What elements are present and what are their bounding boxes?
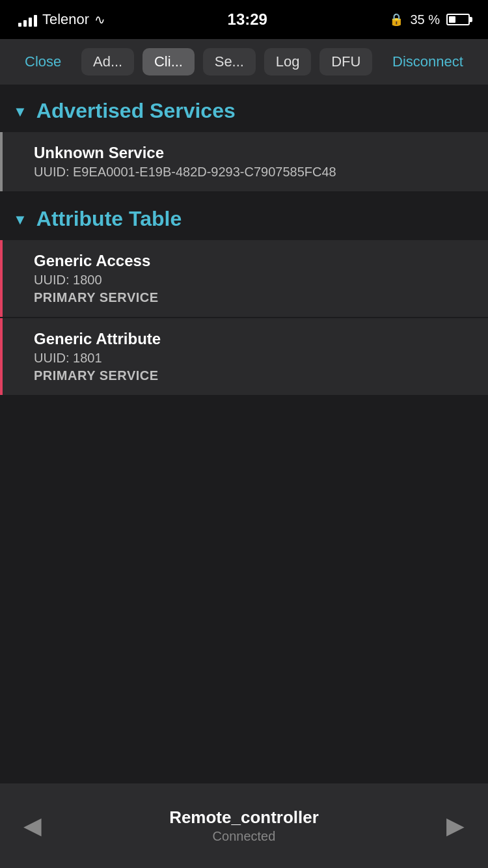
uuid-value-0: E9EA0001-E19B-482D-9293-C7907585FC48	[73, 165, 336, 179]
disconnect-button[interactable]: Disconnect	[381, 48, 475, 75]
forward-button[interactable]: ▶	[446, 812, 465, 839]
chevron-down-icon: ▼	[13, 103, 27, 120]
attribute-service-uuid-1: UUID: 1801	[34, 351, 472, 366]
attr-uuid-label-1: UUID:	[34, 351, 69, 365]
battery-percent: 35 %	[410, 12, 440, 27]
back-button[interactable]: ◀	[23, 812, 42, 839]
tab-services[interactable]: Se...	[203, 48, 256, 75]
status-left: Telenor ∿	[18, 11, 105, 28]
status-time: 13:29	[228, 10, 267, 29]
main-content: ▼ Advertised Services Unknown Service UU…	[0, 85, 488, 487]
attr-uuid-value-0: 1800	[73, 273, 102, 287]
attribute-service-type-1: PRIMARY SERVICE	[34, 368, 472, 383]
advertised-service-item-0[interactable]: Unknown Service UUID: E9EA0001-E19B-482D…	[0, 132, 488, 191]
bottom-bar: ◀ Remote_controller Connected ▶	[0, 783, 488, 868]
attribute-service-uuid-0: UUID: 1800	[34, 273, 472, 288]
battery-fill	[449, 16, 455, 23]
signal-bars-icon	[18, 12, 37, 27]
carrier-wifi: Telenor ∿	[18, 11, 105, 28]
tab-dfu[interactable]: DFU	[319, 48, 372, 75]
attribute-service-type-0: PRIMARY SERVICE	[34, 290, 472, 305]
wifi-icon: ∿	[94, 12, 105, 27]
toolbar: Close Ad... Cli... Se... Log DFU Disconn…	[0, 39, 488, 85]
bottom-center: Remote_controller Connected	[169, 807, 319, 844]
advertised-services-header[interactable]: ▼ Advertised Services	[0, 85, 488, 132]
close-button[interactable]: Close	[13, 48, 73, 75]
advertised-service-name-0: Unknown Service	[34, 144, 472, 162]
lock-icon: 🔒	[389, 12, 403, 27]
tab-advertised[interactable]: Ad...	[81, 48, 134, 75]
attribute-table-title: Attribute Table	[36, 207, 182, 231]
attribute-table-header[interactable]: ▼ Attribute Table	[0, 193, 488, 240]
advertised-service-uuid-0: UUID: E9EA0001-E19B-482D-9293-C7907585FC…	[34, 165, 472, 180]
device-name: Remote_controller	[169, 807, 319, 828]
attribute-service-name-1: Generic Attribute	[34, 330, 472, 348]
status-bar: Telenor ∿ 13:29 🔒 35 %	[0, 0, 488, 39]
advertised-services-title: Advertised Services	[36, 99, 236, 123]
attr-uuid-value-1: 1801	[73, 351, 102, 365]
device-status: Connected	[169, 829, 319, 844]
status-right: 🔒 35 %	[389, 12, 470, 27]
carrier-name: Telenor	[42, 11, 89, 28]
tab-client[interactable]: Cli...	[142, 48, 195, 75]
chevron-down-icon-2: ▼	[13, 211, 27, 228]
attribute-service-name-0: Generic Access	[34, 252, 472, 270]
battery-icon	[446, 14, 470, 25]
tab-log[interactable]: Log	[264, 48, 312, 75]
attribute-service-item-1[interactable]: Generic Attribute UUID: 1801 PRIMARY SER…	[0, 318, 488, 395]
attr-uuid-label-0: UUID:	[34, 273, 69, 287]
uuid-label-0: UUID:	[34, 165, 69, 179]
attribute-service-item-0[interactable]: Generic Access UUID: 1800 PRIMARY SERVIC…	[0, 240, 488, 317]
